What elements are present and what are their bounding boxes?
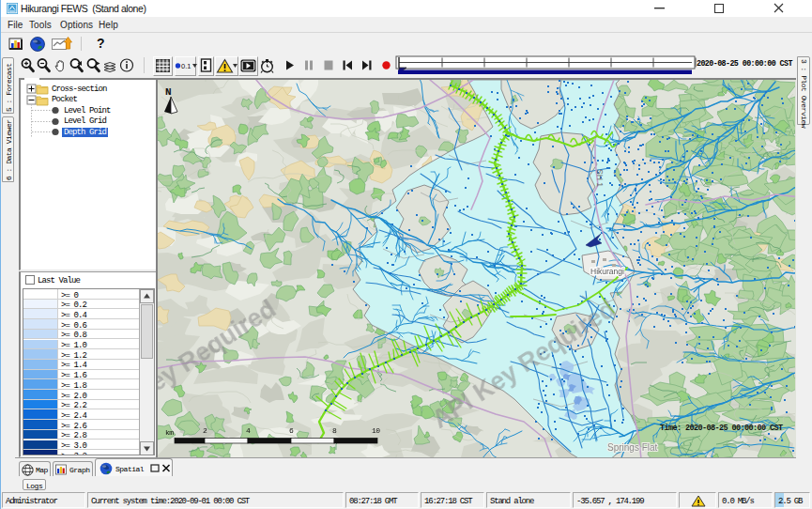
svg-text:4: 4: [246, 426, 251, 435]
svg-text:Hikurangi: Hikurangi: [590, 267, 624, 276]
svg-text:10: 10: [372, 426, 380, 435]
svg-text:Time: 2020-08-25 00:00:00 CST: Time: 2020-08-25 00:00:00 CST: [660, 424, 783, 433]
svg-text:km: km: [165, 428, 174, 437]
svg-text:6: 6: [289, 426, 294, 435]
svg-text:SH 1: SH 1: [595, 169, 605, 187]
svg-text:Springs Flat: Springs Flat: [607, 442, 658, 453]
svg-text:0.1: 0.1: [181, 62, 191, 70]
svg-text:8: 8: [332, 426, 337, 435]
svg-text:2020-08-25 00:00:00 CST: 2020-08-25 00:00:00 CST: [697, 59, 792, 68]
svg-text:2: 2: [203, 426, 207, 435]
svg-text:N: N: [165, 86, 172, 98]
